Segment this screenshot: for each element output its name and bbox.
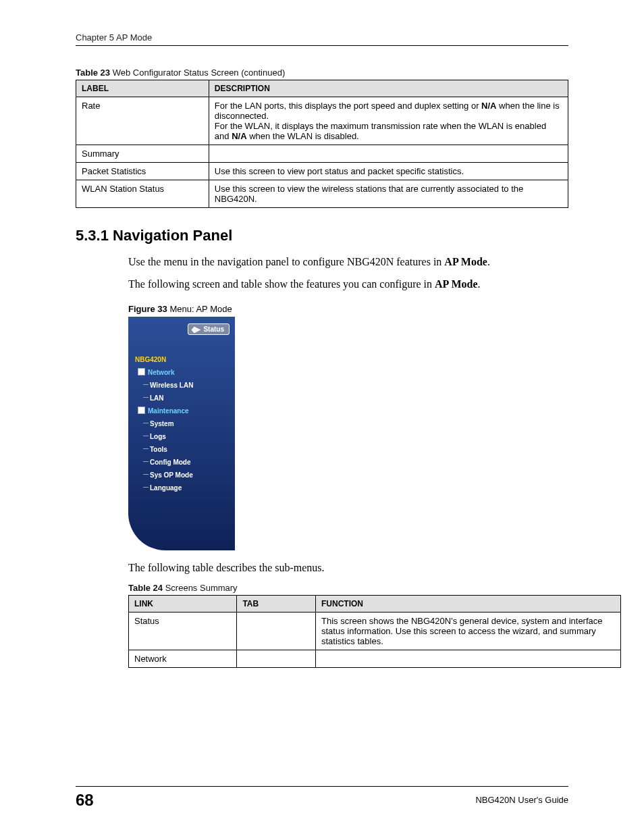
menu-item-logs[interactable]: Logs: [150, 430, 231, 443]
figure33-caption-rest: Menu: AP Mode: [167, 304, 232, 314]
text-bold: N/A: [481, 101, 496, 111]
text: Use the menu in the navigation panel to …: [128, 256, 444, 267]
table-row: Network: [129, 650, 621, 667]
figure33-caption-bold: Figure 33: [128, 304, 167, 314]
paragraph: Use the menu in the navigation panel to …: [128, 254, 568, 269]
text: .: [478, 278, 481, 290]
cell-label: Summary: [76, 145, 209, 163]
table-row: Status This screen shows the NBG420N's g…: [129, 612, 621, 650]
menu-item-wireless-lan[interactable]: Wireless LAN: [150, 379, 231, 392]
cell-description: For the LAN ports, this displays the por…: [209, 97, 568, 145]
cell-function: This screen shows the NBG420N's general …: [316, 612, 621, 650]
table-header-row: LINK TAB FUNCTION: [129, 595, 621, 612]
cell-description: Use this screen to view the wireless sta…: [209, 180, 568, 208]
section-heading: 5.3.1 Navigation Panel: [76, 227, 568, 244]
cell-label: Rate: [76, 97, 209, 145]
table23-caption-rest: Web Configurator Status Screen (continue…: [110, 68, 285, 78]
menu-figure: Status NBG420N Network Wireless LAN LAN …: [128, 317, 235, 550]
table24-caption-rest: Screens Summary: [163, 583, 238, 593]
cell-tab: [237, 612, 316, 650]
menu-item-tools[interactable]: Tools: [150, 443, 231, 456]
cell-label: Packet Statistics: [76, 163, 209, 180]
table-row: Rate For the LAN ports, this displays th…: [76, 97, 568, 145]
menu-item-system[interactable]: System: [150, 417, 231, 430]
page-footer: 68 NBG420N User's Guide: [76, 786, 568, 810]
col-label: LABEL: [76, 80, 209, 97]
table23-caption: Table 23 Web Configurator Status Screen …: [76, 68, 568, 78]
menu-item-lan[interactable]: LAN: [150, 392, 231, 405]
cell-description: [209, 145, 568, 163]
table-header-row: LABEL DESCRIPTION: [76, 80, 568, 97]
section-title: Navigation Panel: [109, 227, 232, 244]
chapter-header: Chapter 5 AP Mode: [76, 32, 568, 46]
col-tab: TAB: [237, 595, 316, 612]
section-number: 5.3.1: [76, 227, 109, 244]
text: The following screen and table show the …: [128, 278, 435, 290]
page-number: 68: [76, 791, 94, 810]
text: For the LAN ports, this displays the por…: [215, 101, 481, 111]
col-link: LINK: [129, 595, 237, 612]
table-row: Summary: [76, 145, 568, 163]
table-row: WLAN Station Status Use this screen to v…: [76, 180, 568, 208]
menu-item-config-mode[interactable]: Config Mode: [150, 456, 231, 469]
menu-item-language[interactable]: Language: [150, 481, 231, 494]
col-description: DESCRIPTION: [209, 80, 568, 97]
table24-caption-bold: Table 24: [128, 583, 163, 593]
menu-root: NBG420N: [135, 353, 231, 366]
table23-caption-bold: Table 23: [76, 68, 110, 78]
cell-function: [316, 650, 621, 667]
paragraph: The following screen and table show the …: [128, 276, 568, 292]
menu-category-network[interactable]: Network: [138, 366, 231, 379]
table24-caption: Table 24 Screens Summary: [128, 583, 568, 593]
table-row: Packet Statistics Use this screen to vie…: [76, 163, 568, 180]
figure33-caption: Figure 33 Menu: AP Mode: [128, 304, 568, 314]
text-bold: AP Mode: [435, 278, 478, 290]
cell-label: WLAN Station Status: [76, 180, 209, 208]
status-button[interactable]: Status: [188, 323, 230, 335]
text: .: [487, 256, 490, 267]
table24: LINK TAB FUNCTION Status This screen sho…: [128, 595, 621, 668]
cell-tab: [237, 650, 316, 667]
cell-link: Status: [129, 612, 237, 650]
guide-name: NBG420N User's Guide: [475, 791, 568, 805]
cell-description: Use this screen to view port status and …: [209, 163, 568, 180]
text-bold: AP Mode: [444, 256, 487, 267]
text-bold: N/A: [232, 131, 246, 141]
col-function: FUNCTION: [316, 595, 621, 612]
cell-link: Network: [129, 650, 237, 667]
text: when the WLAN is disabled.: [247, 131, 359, 141]
table23: LABEL DESCRIPTION Rate For the LAN ports…: [76, 80, 568, 208]
menu-tree: NBG420N Network Wireless LAN LAN Mainten…: [135, 353, 231, 494]
menu-item-sys-op-mode[interactable]: Sys OP Mode: [150, 469, 231, 481]
menu-category-maintenance[interactable]: Maintenance: [138, 405, 231, 417]
paragraph: The following table describes the sub-me…: [128, 560, 568, 575]
